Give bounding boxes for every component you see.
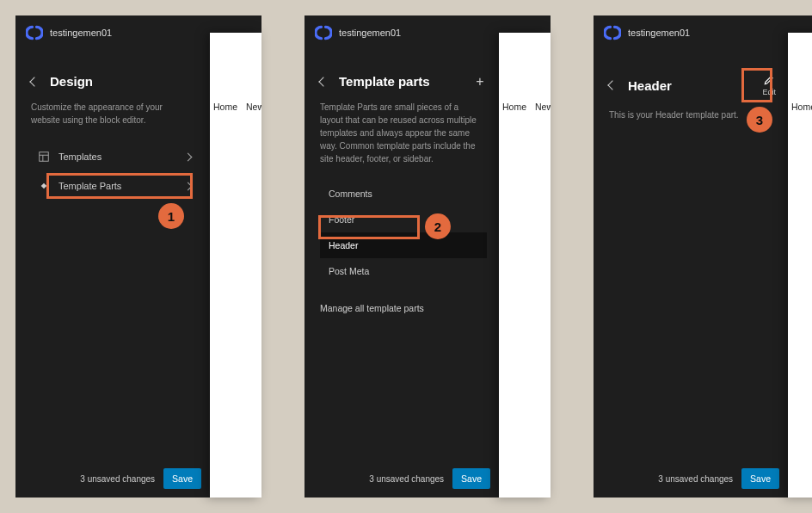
design-nav-list: Templates Template Parts — [31, 142, 198, 201]
nav-item-template-parts[interactable]: Template Parts — [31, 171, 198, 201]
svg-rect-3 — [41, 183, 47, 189]
preview-nav-item[interactable]: New — [535, 102, 551, 112]
unsaved-changes-text[interactable]: 3 unsaved changes — [658, 474, 733, 484]
save-button[interactable]: Save — [452, 468, 490, 489]
template-parts-list: Comments Footer Header Post Meta — [320, 181, 487, 284]
site-logo-icon[interactable] — [26, 24, 43, 41]
site-name: testingemen01 — [628, 28, 690, 38]
page-title: Design — [50, 74, 93, 89]
back-icon[interactable] — [29, 77, 39, 86]
editor-panel-design: testingemen01 Design Customize the appea… — [15, 15, 261, 498]
topbar: testingemen01 — [594, 15, 812, 59]
editor-panel-template-parts: testingemen01 Template parts + Template … — [304, 15, 551, 498]
breadcrumb: Design — [31, 74, 198, 89]
template-part-post-meta[interactable]: Post Meta — [320, 258, 487, 284]
add-template-part-button[interactable]: + — [473, 75, 487, 89]
site-name: testingemen01 — [339, 28, 401, 38]
nav-item-templates[interactable]: Templates — [31, 142, 198, 171]
footer-bar: 3 unsaved changes Save — [80, 468, 201, 489]
preview-menu: Home Ne — [788, 33, 812, 112]
footer-bar: 3 unsaved changes Save — [658, 468, 779, 489]
edit-button[interactable]: Edit — [762, 74, 776, 96]
chevron-right-icon — [184, 182, 193, 190]
layout-icon — [38, 151, 50, 163]
preview-nav-item[interactable]: News — [246, 102, 261, 112]
page-description: This is your Header template part. — [609, 108, 768, 121]
template-part-header[interactable]: Header — [320, 232, 487, 258]
page-description: Template Parts are small pieces of a lay… — [320, 101, 479, 165]
footer-bar: 3 unsaved changes Save — [369, 468, 490, 489]
chevron-right-icon — [184, 152, 193, 161]
breadcrumb: Header Edit — [609, 74, 776, 96]
svg-rect-0 — [40, 152, 49, 162]
preview-strip[interactable]: Home Ne — [788, 33, 812, 498]
site-name: testingemen01 — [50, 28, 112, 38]
unsaved-changes-text[interactable]: 3 unsaved changes — [369, 474, 444, 484]
preview-menu: Home New — [499, 33, 551, 112]
pencil-icon — [763, 74, 775, 86]
preview-nav-item[interactable]: Home — [502, 102, 526, 112]
editor-panel-header: testingemen01 Header Edit This is your H… — [594, 15, 812, 498]
preview-strip[interactable]: Home News Contact — [210, 33, 261, 498]
edit-label: Edit — [762, 88, 776, 96]
diamond-icon — [38, 180, 50, 192]
page-description: Customize the appearance of your website… — [31, 101, 190, 127]
template-part-footer[interactable]: Footer — [320, 207, 487, 232]
nav-item-label: Template Parts — [58, 181, 121, 191]
save-button[interactable]: Save — [741, 468, 779, 489]
template-part-comments[interactable]: Comments — [320, 181, 487, 207]
manage-all-link[interactable]: Manage all template parts — [320, 303, 487, 313]
page-title: Header — [628, 78, 672, 93]
page-title: Template parts — [339, 74, 430, 89]
unsaved-changes-text[interactable]: 3 unsaved changes — [80, 474, 155, 484]
preview-menu: Home News Contact — [210, 33, 261, 112]
nav-item-label: Templates — [58, 151, 102, 162]
preview-strip[interactable]: Home New — [499, 33, 551, 498]
preview-nav-item[interactable]: Home — [213, 102, 237, 112]
sidebar-panel: testingemen01 Header Edit This is your H… — [594, 15, 812, 498]
site-logo-icon[interactable] — [604, 24, 621, 41]
back-icon[interactable] — [607, 80, 617, 90]
site-logo-icon[interactable] — [315, 24, 332, 41]
preview-nav-item[interactable]: Home — [791, 102, 812, 112]
save-button[interactable]: Save — [163, 468, 201, 489]
breadcrumb: Template parts + — [320, 74, 487, 89]
back-icon[interactable] — [318, 77, 328, 86]
